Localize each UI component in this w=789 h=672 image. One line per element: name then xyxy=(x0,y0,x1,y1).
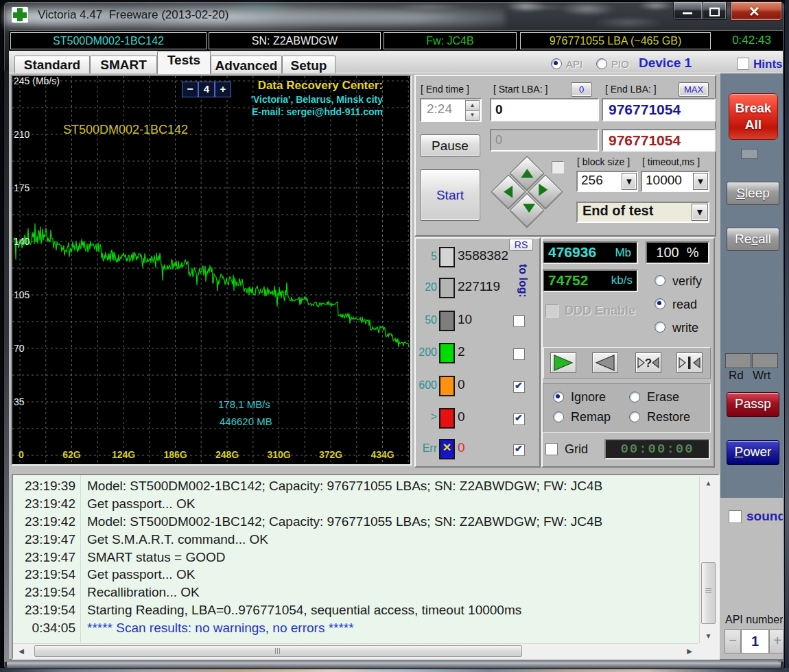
svg-text:186G: 186G xyxy=(163,449,187,460)
svg-text:245 (Mb/s): 245 (Mb/s) xyxy=(14,76,60,86)
svg-text:175: 175 xyxy=(14,182,30,193)
svg-text:434G: 434G xyxy=(370,449,394,460)
svg-text:124G: 124G xyxy=(112,449,135,460)
svg-text:248G: 248G xyxy=(215,449,239,460)
svg-text:372G: 372G xyxy=(319,449,342,460)
svg-text:210: 210 xyxy=(14,129,30,140)
svg-text:35: 35 xyxy=(14,396,25,407)
svg-text:?: ? xyxy=(645,357,652,370)
svg-text:105: 105 xyxy=(14,289,30,300)
svg-text:62G: 62G xyxy=(62,449,81,460)
svg-text:140: 140 xyxy=(14,236,30,247)
svg-text:70: 70 xyxy=(14,343,25,354)
svg-text:310G: 310G xyxy=(267,449,290,460)
svg-text:0: 0 xyxy=(19,449,24,460)
